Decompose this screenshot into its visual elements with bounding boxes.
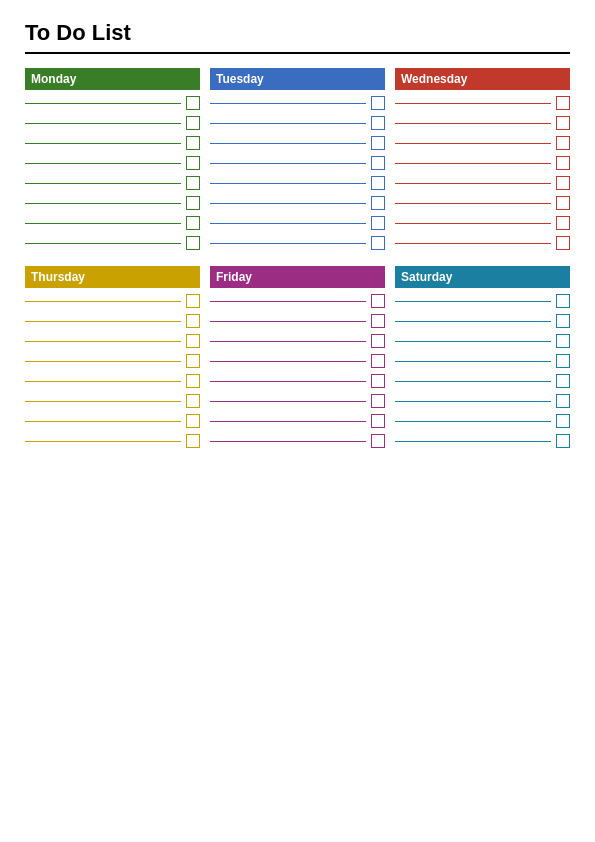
task-line (395, 401, 551, 402)
task-line (210, 401, 366, 402)
task-line (210, 183, 366, 184)
task-checkbox[interactable] (556, 196, 570, 210)
task-checkbox[interactable] (556, 434, 570, 448)
task-checkbox[interactable] (556, 294, 570, 308)
task-row (210, 236, 385, 250)
task-checkbox[interactable] (556, 156, 570, 170)
task-checkbox[interactable] (186, 196, 200, 210)
task-checkbox[interactable] (371, 354, 385, 368)
task-checkbox[interactable] (186, 314, 200, 328)
day-header-monday: Monday (25, 68, 200, 90)
task-checkbox[interactable] (371, 294, 385, 308)
day-header-wednesday: Wednesday (395, 68, 570, 90)
task-checkbox[interactable] (371, 314, 385, 328)
task-checkbox[interactable] (186, 434, 200, 448)
task-row (25, 334, 200, 348)
task-line (25, 381, 181, 382)
day-section-friday: Friday (210, 266, 385, 454)
task-row (395, 236, 570, 250)
task-checkbox[interactable] (556, 116, 570, 130)
task-row (395, 116, 570, 130)
task-checkbox[interactable] (371, 176, 385, 190)
task-checkbox[interactable] (556, 354, 570, 368)
task-line (25, 321, 181, 322)
task-checkbox[interactable] (186, 156, 200, 170)
day-section-wednesday: Wednesday (395, 68, 570, 256)
task-line (395, 361, 551, 362)
task-row (25, 294, 200, 308)
task-line (395, 341, 551, 342)
task-checkbox[interactable] (556, 314, 570, 328)
task-row (210, 294, 385, 308)
task-row (395, 136, 570, 150)
task-checkbox[interactable] (556, 176, 570, 190)
task-line (25, 123, 181, 124)
task-line (25, 401, 181, 402)
task-line (210, 143, 366, 144)
day-section-thursday: Thursday (25, 266, 200, 454)
task-checkbox[interactable] (556, 96, 570, 110)
task-line (25, 223, 181, 224)
task-checkbox[interactable] (186, 394, 200, 408)
task-line (395, 301, 551, 302)
day-section-tuesday: Tuesday (210, 68, 385, 256)
task-line (25, 183, 181, 184)
task-checkbox[interactable] (371, 216, 385, 230)
task-checkbox[interactable] (186, 294, 200, 308)
task-checkbox[interactable] (556, 334, 570, 348)
task-line (25, 361, 181, 362)
task-checkbox[interactable] (186, 136, 200, 150)
task-checkbox[interactable] (556, 216, 570, 230)
day-section-saturday: Saturday (395, 266, 570, 454)
task-line (210, 163, 366, 164)
task-row (25, 176, 200, 190)
task-checkbox[interactable] (371, 236, 385, 250)
task-checkbox[interactable] (556, 136, 570, 150)
task-checkbox[interactable] (186, 176, 200, 190)
task-checkbox[interactable] (186, 216, 200, 230)
task-checkbox[interactable] (186, 96, 200, 110)
task-checkbox[interactable] (186, 354, 200, 368)
task-checkbox[interactable] (186, 374, 200, 388)
task-checkbox[interactable] (556, 236, 570, 250)
task-row (395, 414, 570, 428)
task-checkbox[interactable] (371, 136, 385, 150)
task-line (395, 203, 551, 204)
task-checkbox[interactable] (371, 116, 385, 130)
task-row (395, 314, 570, 328)
task-checkbox[interactable] (371, 434, 385, 448)
task-line (395, 421, 551, 422)
task-checkbox[interactable] (371, 196, 385, 210)
task-row (210, 116, 385, 130)
title-divider (25, 52, 570, 54)
task-checkbox[interactable] (371, 156, 385, 170)
task-row (25, 414, 200, 428)
task-checkbox[interactable] (186, 236, 200, 250)
task-row (395, 96, 570, 110)
task-row (395, 374, 570, 388)
task-line (395, 223, 551, 224)
task-checkbox[interactable] (556, 374, 570, 388)
task-checkbox[interactable] (371, 414, 385, 428)
task-checkbox[interactable] (186, 334, 200, 348)
task-line (210, 441, 366, 442)
task-checkbox[interactable] (556, 414, 570, 428)
task-checkbox[interactable] (186, 116, 200, 130)
page-title: To Do List (25, 20, 570, 46)
task-checkbox[interactable] (371, 96, 385, 110)
task-checkbox[interactable] (371, 374, 385, 388)
day-header-saturday: Saturday (395, 266, 570, 288)
task-line (395, 103, 551, 104)
task-checkbox[interactable] (186, 414, 200, 428)
task-checkbox[interactable] (371, 394, 385, 408)
task-checkbox[interactable] (556, 394, 570, 408)
task-row (395, 176, 570, 190)
task-checkbox[interactable] (371, 334, 385, 348)
task-row (210, 314, 385, 328)
task-row (25, 156, 200, 170)
task-row (395, 156, 570, 170)
task-row (210, 176, 385, 190)
task-line (25, 301, 181, 302)
task-row (210, 434, 385, 448)
task-line (25, 421, 181, 422)
